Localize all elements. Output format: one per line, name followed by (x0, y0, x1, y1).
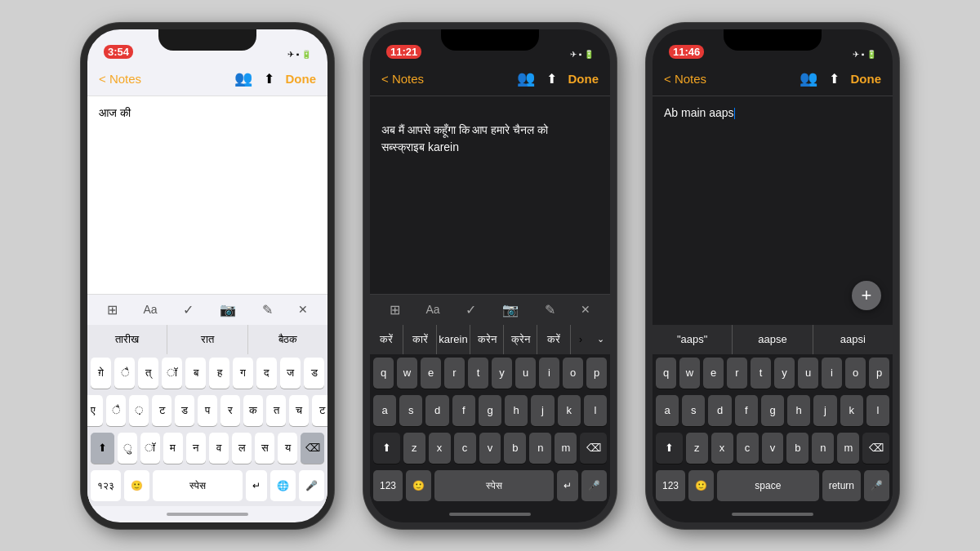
suggest-3-1[interactable]: aapse (733, 325, 813, 354)
nav-done-3[interactable]: Done (851, 72, 882, 86)
fab-button[interactable]: + (852, 281, 881, 310)
kb-c[interactable]: c (454, 433, 476, 464)
suggest-chevron-2[interactable]: › (571, 325, 590, 354)
kb-key[interactable]: त् (138, 358, 158, 389)
kb-123-3[interactable]: 123 (656, 470, 685, 501)
kb-mic-3[interactable]: 🎤 (864, 470, 889, 501)
kb-key[interactable]: त (266, 395, 286, 426)
kb-123-1[interactable]: १२३ (91, 470, 121, 501)
kb-b[interactable]: b (504, 433, 526, 464)
kb-e3[interactable]: e (703, 358, 724, 389)
kb-key[interactable]: ब (185, 358, 206, 389)
suggest-1-1[interactable]: रात (167, 325, 247, 354)
kb-r3[interactable]: r (727, 358, 747, 389)
kb-x[interactable]: x (429, 433, 451, 464)
kb-z[interactable]: z (403, 433, 425, 464)
kb-b3[interactable]: b (786, 433, 808, 464)
kb-c3[interactable]: c (737, 433, 759, 464)
suggest-2-0[interactable]: करें (370, 325, 403, 354)
kb-key[interactable]: ै (114, 358, 135, 389)
toolbar-check-icon-2[interactable]: ✓ (466, 302, 476, 318)
toolbar-table-icon-1[interactable]: ⊞ (107, 302, 118, 318)
kb-o3[interactable]: o (845, 358, 866, 389)
kb-key[interactable]: व (209, 433, 229, 464)
kb-shift-2[interactable]: ⬆ (373, 433, 400, 464)
nav-back-3[interactable]: < Notes (664, 72, 706, 86)
kb-t[interactable]: t (468, 358, 488, 389)
kb-123-2[interactable]: 123 (373, 470, 403, 501)
kb-delete-1[interactable]: ⌫ (301, 433, 324, 464)
nav-done-2[interactable]: Done (568, 72, 599, 86)
kb-p3[interactable]: p (869, 358, 889, 389)
kb-p[interactable]: p (586, 358, 607, 389)
kb-delete-2[interactable]: ⌫ (580, 433, 607, 464)
kb-d3[interactable]: d (708, 395, 731, 426)
kb-mic-2[interactable]: 🎤 (581, 470, 607, 501)
kb-w3[interactable]: w (679, 358, 700, 389)
kb-key[interactable]: ह (209, 358, 229, 389)
suggest-2-5[interactable]: करें (537, 325, 571, 354)
share-icon-2[interactable]: ⬆ (546, 71, 557, 87)
kb-n[interactable]: n (529, 433, 551, 464)
kb-e[interactable]: e (421, 358, 441, 389)
kb-h[interactable]: h (505, 395, 528, 426)
kb-u[interactable]: u (515, 358, 536, 389)
kb-z3[interactable]: z (686, 433, 708, 464)
kb-delete-3[interactable]: ⌫ (862, 433, 889, 464)
suggest-1-0[interactable]: तारीख (87, 325, 167, 354)
kb-key[interactable]: स (255, 433, 274, 464)
suggest-3-2[interactable]: aapsi (813, 325, 893, 354)
suggest-2-1[interactable]: कारें (403, 325, 437, 354)
kb-t3[interactable]: t (751, 358, 771, 389)
note-area-2[interactable]: अब मैं आपसे कहूँगा कि आप हमारे चैनल को स… (370, 96, 610, 294)
kb-key[interactable]: द (256, 358, 277, 389)
toolbar-check-icon-1[interactable]: ✓ (183, 302, 194, 318)
share-icon-3[interactable]: ⬆ (829, 71, 840, 87)
kb-s[interactable]: s (399, 395, 422, 426)
nav-back-1[interactable]: < Notes (99, 72, 141, 86)
kb-y[interactable]: y (492, 358, 512, 389)
kb-g[interactable]: g (479, 395, 501, 426)
kb-j[interactable]: j (531, 395, 554, 426)
collab-icon-2[interactable]: 👥 (517, 69, 535, 87)
kb-s3[interactable]: s (682, 395, 705, 426)
toolbar-aa-icon-2[interactable]: Aa (425, 303, 439, 316)
toolbar-camera-icon-2[interactable]: 📷 (502, 302, 519, 318)
kb-shift-1[interactable]: ⬆ (91, 433, 114, 464)
nav-done-1[interactable]: Done (286, 72, 317, 86)
kb-emoji-2[interactable]: 🙂 (406, 470, 431, 501)
suggest-3-0[interactable]: "aaps" (653, 325, 733, 354)
kb-l[interactable]: l (584, 395, 607, 426)
kb-i3[interactable]: i (822, 358, 842, 389)
toolbar-aa-icon-1[interactable]: Aa (143, 303, 157, 316)
suggest-expand-2[interactable]: ⌄ (590, 325, 610, 354)
collab-icon-1[interactable]: 👥 (234, 69, 252, 87)
kb-key[interactable]: ॉ (140, 433, 160, 464)
kb-key[interactable]: च (289, 395, 309, 426)
kb-x3[interactable]: x (711, 433, 733, 464)
kb-a[interactable]: a (373, 395, 396, 426)
toolbar-compose-icon-1[interactable]: ✎ (262, 302, 273, 318)
kb-key[interactable]: प (198, 395, 217, 426)
kb-emoji-3[interactable]: 🙂 (688, 470, 714, 501)
kb-key[interactable]: म (163, 433, 183, 464)
toolbar-table-icon-2[interactable]: ⊞ (390, 302, 400, 318)
kb-globe-1[interactable]: 🌐 (270, 470, 296, 501)
kb-emoji-1[interactable]: 🙂 (124, 470, 149, 501)
kb-k[interactable]: k (558, 395, 581, 426)
kb-key[interactable]: ै (106, 395, 126, 426)
suggest-2-2[interactable]: karein (437, 325, 470, 354)
kb-l3[interactable]: l (866, 395, 889, 426)
suggest-2-4[interactable]: क्रेन (504, 325, 537, 354)
kb-g3[interactable]: g (761, 395, 784, 426)
kb-d[interactable]: d (425, 395, 448, 426)
kb-m3[interactable]: m (837, 433, 859, 464)
kb-space-3[interactable]: space (717, 470, 819, 501)
kb-key[interactable]: ़ (129, 395, 149, 426)
kb-key[interactable]: य (278, 433, 297, 464)
kb-key[interactable]: ु (118, 433, 137, 464)
nav-back-2[interactable]: < Notes (381, 72, 424, 86)
kb-shift-3[interactable]: ⬆ (656, 433, 683, 464)
kb-mic-1[interactable]: 🎤 (299, 470, 324, 501)
kb-k3[interactable]: k (840, 395, 863, 426)
